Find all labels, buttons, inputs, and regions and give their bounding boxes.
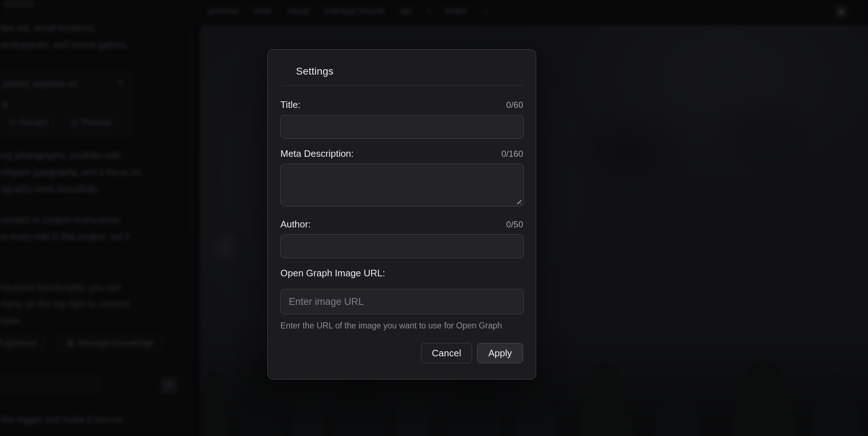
og-image-url-input[interactable]: [280, 289, 524, 314]
app-window: preview write visual manage boards api •…: [0, 0, 868, 436]
meta-description-textarea[interactable]: [280, 164, 524, 206]
modal-title: Settings: [296, 66, 523, 77]
apply-button[interactable]: Apply: [477, 343, 523, 363]
author-label: Author:: [280, 219, 311, 230]
title-counter: 0/60: [506, 100, 523, 110]
title-label: Title:: [280, 99, 300, 110]
author-counter: 0/50: [506, 219, 523, 230]
cancel-button[interactable]: Cancel: [421, 343, 472, 363]
meta-description-label: Meta Description:: [280, 148, 354, 159]
og-image-url-label: Open Graph Image URL:: [280, 268, 385, 279]
modal-divider: [280, 85, 523, 85]
og-image-url-helper: Enter the URL of the image you want to u…: [280, 321, 523, 331]
title-input[interactable]: [280, 115, 524, 139]
settings-modal: Settings Title: 0/60 Meta Description: 0…: [267, 49, 536, 380]
author-input[interactable]: [280, 234, 524, 258]
meta-description-counter: 0/160: [501, 149, 523, 159]
